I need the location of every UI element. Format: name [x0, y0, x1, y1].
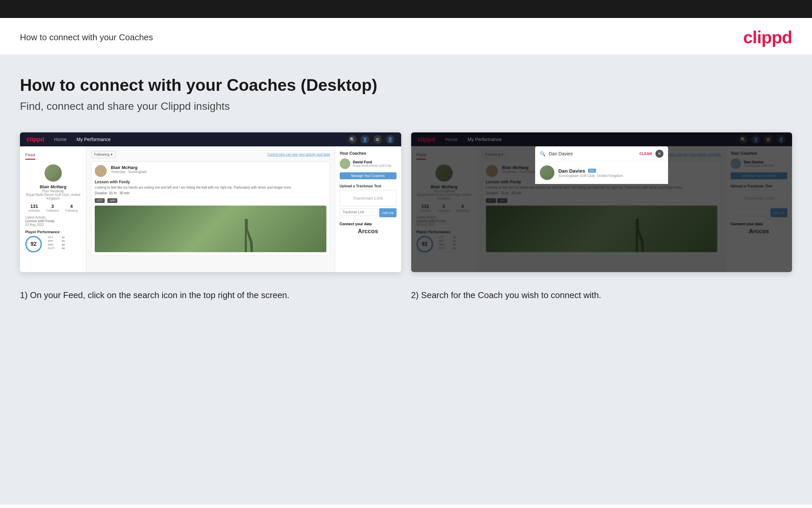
main-content: How to connect with your Coaches (Deskto… — [0, 55, 812, 505]
manage-coaches-btn[interactable]: Manage Your Coaches — [340, 172, 396, 179]
profile-name: Blair McHarg — [25, 184, 81, 189]
step-1-desc: 1) On your Feed, click on the search ico… — [20, 289, 401, 302]
perf-bars: OTT90 APP85 ARG86 PUTT96 — [48, 236, 65, 251]
coach-card: David Ford Royal North Devon Golf Club — [340, 158, 396, 169]
result-sub: Sunningdale Golf Club, United Kingdom — [558, 174, 623, 178]
search-input-value[interactable]: Dan Davies — [549, 151, 636, 156]
screenshot-1: clippd Home My Performance 🔍 👤 ⚙ 👤 Feed — [20, 132, 401, 272]
profile-location: Royal North Devon Golf Club, United King… — [25, 193, 81, 200]
pro-badge: Pro — [588, 169, 596, 173]
search-result[interactable]: Dan Davies Pro Sunningdale Golf Club, Un… — [535, 161, 668, 184]
result-avatar — [540, 165, 555, 180]
right-panel-1: Your Coaches David Ford Royal North Devo… — [335, 146, 401, 272]
search-icon-overlay: 🔍 — [540, 151, 545, 156]
coach-info: Blair McHarg Yesterday · Sunningdale — [111, 165, 147, 174]
nav-my-performance[interactable]: My Performance — [77, 137, 111, 142]
profile-handicap: Plus Handicap — [25, 189, 81, 193]
coach-avatar-xs — [340, 158, 350, 169]
header: How to connect with your Coaches clippd — [0, 18, 812, 55]
nav-home[interactable]: Home — [54, 137, 66, 142]
coach-post-card: Blair McHarg Yesterday · Sunningdale Les… — [91, 161, 330, 256]
arccos-logo: Arccos — [340, 228, 396, 235]
hero-subtitle: Find, connect and share your Clippd insi… — [20, 100, 792, 113]
following-button[interactable]: Following ▾ — [91, 151, 116, 158]
stats-row: 131 Activities 3 Followers 4 Following — [25, 204, 81, 212]
latest-activity-label: Latest Activity Lesson with Fordy 03 Aug… — [25, 216, 81, 226]
result-info: Dan Davies Pro Sunningdale Golf Club, Un… — [558, 168, 623, 178]
screenshots-row: clippd Home My Performance 🔍 👤 ⚙ 👤 Feed — [20, 132, 792, 272]
feed-tab[interactable]: Feed — [25, 153, 35, 160]
app-body-1: Feed Blair McHarg Plus Handicap Royal No… — [20, 146, 401, 272]
app-screenshot-2: clippd Home My Performance 🔍 👤 ⚙ 👤 Feed — [411, 132, 793, 272]
quality-score: 92 — [25, 236, 42, 253]
stat-following: 4 Following — [65, 204, 78, 212]
stat-followers: 3 Followers — [46, 204, 59, 212]
search-overlay: 🔍 Dan Davies CLEAR ✕ Dan Davies Pro — [411, 132, 793, 272]
middle-panel-1: Following ▾ Control who can see your act… — [86, 146, 335, 272]
app-screenshot-1: clippd Home My Performance 🔍 👤 ⚙ 👤 Feed — [20, 132, 401, 272]
control-link[interactable]: Control who can see your activity and da… — [267, 153, 330, 156]
user-icon[interactable]: 👤 — [361, 135, 369, 144]
connect-title: Connect your data — [340, 222, 396, 226]
profile-avatar — [45, 164, 62, 182]
close-search-button[interactable]: ✕ — [656, 150, 663, 158]
off-tag[interactable]: OTT — [95, 198, 105, 203]
trackman-input[interactable] — [340, 208, 378, 216]
nav-icons: 🔍 👤 ⚙ 👤 — [348, 135, 394, 144]
clear-button[interactable]: CLEAR — [639, 152, 652, 156]
left-panel-1: Feed Blair McHarg Plus Handicap Royal No… — [20, 146, 86, 272]
hero-title: How to connect with your Coaches (Deskto… — [20, 76, 792, 95]
avatar-icon[interactable]: 👤 — [386, 135, 394, 144]
add-link-btn[interactable]: Add Link — [379, 208, 396, 217]
settings-icon[interactable]: ⚙ — [373, 135, 382, 144]
screenshot-2: clippd Home My Performance 🔍 👤 ⚙ 👤 Feed — [411, 132, 793, 272]
your-coaches-title: Your Coaches — [340, 151, 396, 156]
search-bar: 🔍 Dan Davies CLEAR ✕ — [535, 146, 668, 161]
player-performance-title: Player Performance — [25, 230, 81, 234]
app-tag[interactable]: APP — [107, 198, 117, 203]
trackman-placeholder: Trackman Link — [340, 190, 396, 206]
coach-avatar-sm — [95, 165, 107, 177]
upload-trackman-title: Upload a Trackman Test — [340, 184, 396, 188]
steps-row: 1) On your Feed, click on the search ico… — [20, 289, 792, 302]
top-bar — [0, 0, 812, 18]
lesson-photo — [95, 206, 326, 252]
stat-activities: 131 Activities — [28, 204, 40, 212]
duration-text: Duration 01 hr : 30 min — [95, 191, 326, 195]
footer: Copyright Clippd 2022 — [0, 505, 812, 508]
app-logo-1: clippd — [27, 136, 44, 143]
app-nav-1: clippd Home My Performance 🔍 👤 ⚙ 👤 — [20, 132, 401, 146]
coach-name-right: David Ford — [353, 160, 391, 164]
step-2-desc: 2) Search for the Coach you wish to conn… — [411, 289, 793, 302]
coach-club-right: Royal North Devon Golf Club — [353, 164, 391, 167]
search-bar-container: 🔍 Dan Davies CLEAR ✕ Dan Davies Pro — [535, 146, 668, 184]
clippd-logo: clippd — [743, 27, 792, 47]
performance-section: 92 OTT90 APP85 ARG86 PUTT96 — [25, 236, 81, 253]
page-title: How to connect with your Coaches — [20, 32, 153, 43]
search-icon[interactable]: 🔍 — [348, 135, 356, 144]
result-name-row: Dan Davies Pro — [558, 168, 623, 174]
connect-data-section: Connect your data Arccos — [340, 222, 396, 235]
